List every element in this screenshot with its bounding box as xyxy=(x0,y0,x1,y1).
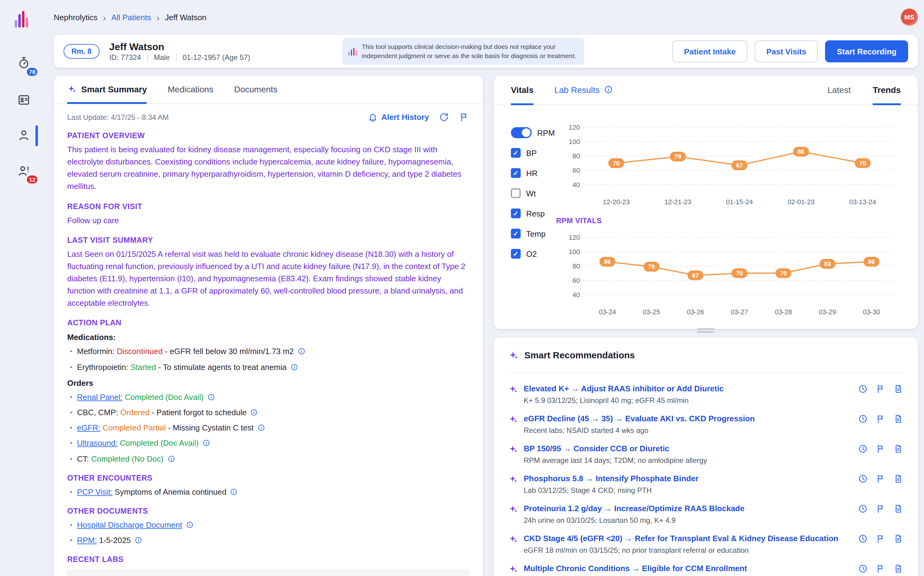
sparkle-icon xyxy=(508,565,518,574)
item-status: Ordered xyxy=(118,408,149,417)
info-icon[interactable] xyxy=(250,408,258,416)
breadcrumb-all-patients[interactable]: All Patients xyxy=(111,13,151,22)
patient-intake-button[interactable]: Patient Intake xyxy=(672,40,747,62)
recommendation-title[interactable]: Multiple Chronic Conditions → Eligible f… xyxy=(524,564,747,573)
flag-icon[interactable] xyxy=(876,384,886,394)
item-status: Discontinued xyxy=(115,347,163,356)
user-avatar[interactable]: MS xyxy=(901,8,918,26)
item-name[interactable]: Ultrasound: xyxy=(77,439,118,448)
tab-vitals[interactable]: Vitals xyxy=(511,76,533,105)
start-recording-button[interactable]: Start Recording xyxy=(825,40,908,62)
info-icon[interactable] xyxy=(134,536,142,544)
vitals-series-control: RPM xyxy=(511,127,555,138)
alert-history-button[interactable]: Alert History xyxy=(368,112,429,122)
flag-icon[interactable] xyxy=(876,414,886,424)
tab-lab-results[interactable]: Lab Results xyxy=(554,76,613,105)
document-icon[interactable] xyxy=(894,414,903,424)
info-icon[interactable] xyxy=(257,424,265,432)
info-icon[interactable] xyxy=(290,363,298,371)
history-icon[interactable] xyxy=(858,564,868,574)
sidebar-item-timer[interactable]: 78 xyxy=(13,53,34,74)
sparkle-icon xyxy=(508,534,518,544)
vitals-trend-chart: 12010080604012-20-237012-21-237901-15-24… xyxy=(556,121,906,210)
info-icon[interactable] xyxy=(207,393,215,401)
overview-body: This patient is being evaluated for kidn… xyxy=(67,144,469,193)
recommendation-title[interactable]: BP 150/95 → Consider CCB or Diuretic xyxy=(524,444,707,453)
history-icon[interactable] xyxy=(858,474,868,484)
document-icon[interactable] xyxy=(894,444,903,454)
tab-trends[interactable]: Trends xyxy=(873,76,901,105)
svg-text:100: 100 xyxy=(569,138,580,146)
sidebar-item-alerts[interactable]: 12 xyxy=(13,160,34,181)
document-icon[interactable] xyxy=(894,384,903,394)
document-icon[interactable] xyxy=(894,504,903,514)
recommendation-title[interactable]: eGFR Decline (45 → 35) → Evaluate AKI vs… xyxy=(524,414,755,423)
document-icon[interactable] xyxy=(894,534,903,544)
bullet-dot xyxy=(70,366,72,368)
item-status: Completed (Doc Avail) xyxy=(118,439,199,448)
info-icon[interactable] xyxy=(167,454,175,462)
patient-dob-age: 01-12-1957 (Age 57) xyxy=(183,53,251,61)
tab-documents[interactable]: Documents xyxy=(234,76,278,104)
item-name[interactable]: eGFR: xyxy=(77,423,101,432)
tab-medications[interactable]: Medications xyxy=(168,76,213,104)
list-item: Hospital Discharge Document xyxy=(67,520,469,531)
resp-checkbox[interactable] xyxy=(511,208,521,218)
list-item: RPM: 1-5-2025 xyxy=(67,535,469,546)
history-icon[interactable] xyxy=(858,534,868,544)
item-name[interactable]: Hospital Discharge Document xyxy=(77,520,182,530)
past-visits-button[interactable]: Past Visits xyxy=(755,40,818,62)
clinical-disclaimer: This tool supports clinical decision-mak… xyxy=(342,38,584,65)
flag-icon[interactable] xyxy=(876,444,886,454)
item-status: Completed Partial xyxy=(101,423,166,432)
wt-checkbox[interactable] xyxy=(511,188,521,198)
document-icon[interactable] xyxy=(894,474,903,484)
o2-checkbox[interactable] xyxy=(511,249,521,259)
recommendations-title: Smart Recommendations xyxy=(524,350,635,360)
recommendation-title[interactable]: Proteinuria 1.2 g/day → Increase/Optimiz… xyxy=(524,504,744,513)
item-name[interactable]: Renal Panel: xyxy=(77,392,123,402)
info-icon[interactable] xyxy=(186,521,194,529)
info-icon[interactable] xyxy=(298,347,306,355)
flag-icon[interactable] xyxy=(876,534,886,544)
document-icon[interactable] xyxy=(894,564,903,574)
sparkle-icon xyxy=(508,475,518,484)
flag-icon[interactable] xyxy=(459,112,469,122)
item-name[interactable]: RPM: xyxy=(77,536,97,545)
history-icon[interactable] xyxy=(858,444,868,454)
temp-checkbox[interactable] xyxy=(511,229,521,238)
history-icon[interactable] xyxy=(858,414,868,424)
history-icon[interactable] xyxy=(858,504,868,514)
tab-label: Smart Summary xyxy=(81,84,147,94)
vitals-series-controls: RPM BP HR Wt Resp Temp O2 xyxy=(511,127,555,259)
recommendation-subtitle: Lab 03/12/25; Stage 4 CKD; rising PTH xyxy=(524,486,699,495)
item-status: Completed (Doc Avail) xyxy=(123,392,204,402)
sidebar-item-patient-profile[interactable] xyxy=(13,125,34,146)
history-icon[interactable] xyxy=(858,384,868,394)
svg-text:12-20-23: 12-20-23 xyxy=(603,198,630,206)
tab-latest[interactable]: Latest xyxy=(827,76,851,105)
panel-resize-handle[interactable] xyxy=(697,328,714,333)
info-icon[interactable] xyxy=(202,439,210,447)
sparkle-icon xyxy=(508,350,518,360)
item-name[interactable]: PCP Visit: xyxy=(77,487,112,496)
svg-text:120: 120 xyxy=(569,123,580,131)
recommendation-title[interactable]: CKD Stage 4/5 (eGFR <20) → Refer for Tra… xyxy=(524,534,838,543)
svg-text:80: 80 xyxy=(573,152,580,160)
recommendation-title[interactable]: Phosphorus 5.8 → Intensify Phosphate Bin… xyxy=(524,474,699,483)
flag-icon[interactable] xyxy=(876,474,886,484)
vitals-card: Vitals Lab Results Latest Trends RPM BP … xyxy=(494,76,918,329)
flag-icon[interactable] xyxy=(876,564,886,574)
hr-checkbox[interactable] xyxy=(511,168,521,178)
sidebar-item-patients[interactable] xyxy=(13,89,34,110)
flag-icon[interactable] xyxy=(876,504,886,514)
rpm-toggle[interactable] xyxy=(511,127,531,138)
tab-smart-summary[interactable]: Smart Summary xyxy=(67,76,147,104)
refresh-icon[interactable] xyxy=(439,112,449,122)
bp-checkbox[interactable] xyxy=(511,148,521,158)
item-detail: Symptoms of Anemia continued xyxy=(112,487,227,496)
info-icon[interactable] xyxy=(230,488,238,496)
breadcrumb: Nephrolytics › All Patients › Jeff Watso… xyxy=(54,13,207,22)
vitals-tabs: Vitals Lab Results Latest Trends xyxy=(494,76,918,105)
recommendation-title[interactable]: Elevated K+ → Adjust RAAS inhibitor or A… xyxy=(524,384,724,393)
